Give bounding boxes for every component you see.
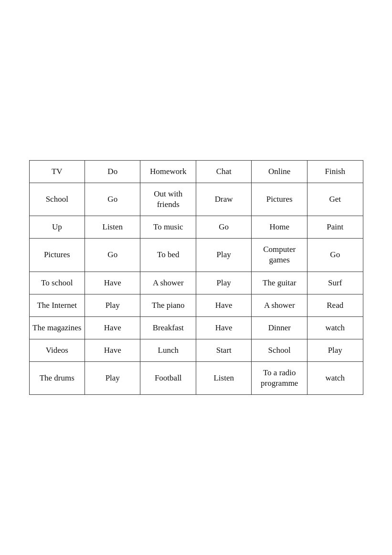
table-row: To schoolHaveA showerPlayThe guitarSurf (29, 272, 363, 294)
table-cell: Have (85, 316, 140, 339)
table-cell: Do (85, 160, 140, 183)
table-cell: Home (252, 216, 307, 239)
table-cell: School (252, 339, 307, 361)
table-cell: Draw (196, 183, 252, 216)
word-grid-table: TVDoHomeworkChatOnlineFinishSchoolGoOut … (29, 160, 363, 395)
table-cell: To school (29, 272, 85, 294)
table-cell: Play (196, 272, 252, 294)
table-row: SchoolGoOut with friendsDrawPicturesGet (29, 183, 363, 216)
table-cell: To music (140, 216, 196, 239)
table-cell: Go (85, 239, 140, 272)
table-cell: Up (29, 216, 85, 239)
table-cell: The Internet (29, 294, 85, 316)
table-cell: Paint (307, 216, 363, 239)
table-cell: watch (307, 316, 363, 339)
table-cell: The magazines (29, 316, 85, 339)
page: TVDoHomeworkChatOnlineFinishSchoolGoOut … (0, 0, 392, 555)
table-cell: Computer games (252, 239, 307, 272)
table-cell: Football (140, 361, 196, 394)
table-row: VideosHaveLunchStartSchoolPlay (29, 339, 363, 361)
table-cell: Play (307, 339, 363, 361)
table-cell: Breakfast (140, 316, 196, 339)
table-cell: The guitar (252, 272, 307, 294)
table-cell: Chat (196, 160, 252, 183)
table-row: The magazinesHaveBreakfastHaveDinnerwatc… (29, 316, 363, 339)
table-cell: To bed (140, 239, 196, 272)
table-cell: Have (196, 294, 252, 316)
table-cell: watch (307, 361, 363, 394)
table-cell: Surf (307, 272, 363, 294)
table-cell: Have (85, 339, 140, 361)
table-cell: School (29, 183, 85, 216)
table-row: The drumsPlayFootballListenTo a radio pr… (29, 361, 363, 394)
table-cell: Have (85, 272, 140, 294)
table-cell: Listen (85, 216, 140, 239)
table-cell: Go (85, 183, 140, 216)
table-cell: Videos (29, 339, 85, 361)
table-cell: Online (252, 160, 307, 183)
table-cell: Play (196, 239, 252, 272)
table-cell: A shower (252, 294, 307, 316)
table-cell: Have (196, 316, 252, 339)
table-cell: Pictures (29, 239, 85, 272)
table-row: UpListenTo musicGoHomePaint (29, 216, 363, 239)
table-cell: Lunch (140, 339, 196, 361)
content-area: TVDoHomeworkChatOnlineFinishSchoolGoOut … (0, 0, 392, 555)
table-cell: Homework (140, 160, 196, 183)
table-cell: Listen (196, 361, 252, 394)
table-cell: Play (85, 361, 140, 394)
table-cell: Go (307, 239, 363, 272)
table-cell: The piano (140, 294, 196, 316)
table-cell: To a radio programme (252, 361, 307, 394)
table-row: The InternetPlayThe pianoHaveA showerRea… (29, 294, 363, 316)
table-cell: Play (85, 294, 140, 316)
table-cell: Dinner (252, 316, 307, 339)
table-cell: A shower (140, 272, 196, 294)
table-cell: Get (307, 183, 363, 216)
table-cell: Pictures (252, 183, 307, 216)
table-row: TVDoHomeworkChatOnlineFinish (29, 160, 363, 183)
table-cell: Go (196, 216, 252, 239)
table-row: PicturesGoTo bedPlayComputer gamesGo (29, 239, 363, 272)
table-cell: The drums (29, 361, 85, 394)
table-cell: Start (196, 339, 252, 361)
table-cell: Out with friends (140, 183, 196, 216)
table-cell: Read (307, 294, 363, 316)
table-cell: TV (29, 160, 85, 183)
table-cell: Finish (307, 160, 363, 183)
